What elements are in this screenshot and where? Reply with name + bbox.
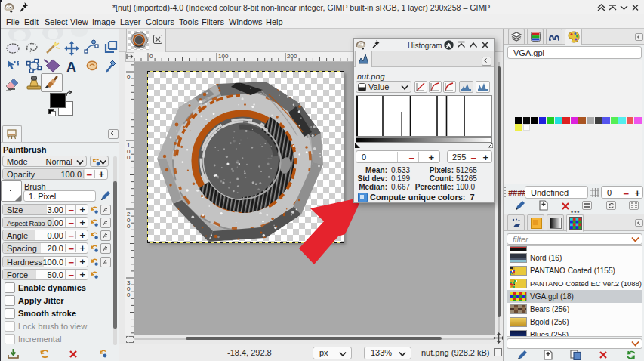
svg-text:A: A bbox=[66, 60, 76, 75]
svg-text:0: 0 bbox=[127, 154, 131, 161]
svg-text:0: 0 bbox=[149, 53, 153, 60]
svg-text:0: 0 bbox=[127, 292, 131, 298]
svg-text:0: 0 bbox=[127, 73, 131, 80]
svg-text:0: 0 bbox=[127, 223, 131, 230]
